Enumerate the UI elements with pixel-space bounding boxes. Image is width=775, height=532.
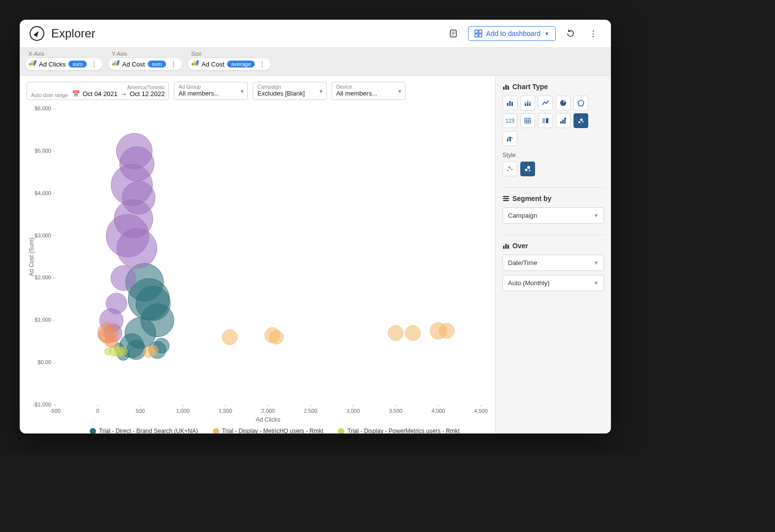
svg-rect-69 (560, 121, 562, 124)
over-dimension-select[interactable]: Date/Time ▼ (503, 255, 604, 271)
svg-rect-54 (525, 102, 526, 104)
size-metric-pill[interactable]: Ad Cost average ⋮ (187, 58, 271, 70)
page-title: Explorer (51, 27, 95, 40)
x-axis-metric-pill[interactable]: Ad Clicks sum ⋮ (25, 58, 103, 70)
svg-text:1,000: 1,000 (176, 408, 190, 414)
style-scatter[interactable] (503, 162, 517, 176)
y-axis-label: Y-Axis (108, 51, 182, 57)
chart-type-combo[interactable] (503, 131, 517, 146)
bubble-point[interactable] (111, 266, 135, 291)
chart-type-line[interactable] (538, 96, 553, 110)
chart-type-title: Chart Type (503, 83, 604, 91)
bubble-point[interactable] (104, 348, 111, 355)
svg-rect-62 (525, 118, 531, 123)
svg-point-73 (578, 121, 580, 123)
svg-rect-51 (507, 103, 508, 106)
svg-text:4,000: 4,000 (432, 408, 445, 414)
svg-rect-59 (529, 103, 531, 106)
add-to-dashboard-label: Add to dashboard (486, 30, 541, 37)
legend-swatch (213, 428, 219, 433)
filter-bar: Auto date range America/Toronto 📅 Oct 04… (27, 82, 488, 100)
svg-rect-6 (475, 34, 478, 37)
chart-type-number[interactable]: 123 (503, 113, 517, 128)
bubble-point[interactable] (148, 345, 158, 355)
caret-down-icon: ▼ (544, 31, 549, 36)
legend-label: Trial - Display - MetricHQ users - Rmkt (222, 428, 324, 433)
svg-text:0: 0 (96, 408, 99, 414)
chart-type-pie[interactable] (556, 96, 571, 110)
legend-label: Trial - Direct - Brand Search (UK+NA) (99, 428, 198, 433)
chart-type-radar[interactable] (573, 96, 588, 110)
svg-point-90 (505, 200, 506, 201)
chart-type-funnel[interactable] (556, 113, 571, 128)
svg-rect-67 (542, 118, 545, 123)
bubble-point[interactable] (405, 326, 420, 341)
legend-swatch (90, 428, 96, 433)
legend-item[interactable]: Trial - Display - MetricHQ users - Rmkt (213, 428, 324, 433)
bubble-point[interactable] (119, 347, 128, 356)
bubble-point[interactable] (439, 324, 454, 339)
svg-point-83 (527, 166, 530, 169)
bubble-point[interactable] (222, 330, 237, 345)
dashboard-icon (474, 30, 482, 37)
pill-more-icon[interactable]: ⋮ (258, 60, 267, 68)
bubble-point[interactable] (388, 326, 404, 341)
chart-type-bar[interactable] (503, 96, 517, 110)
svg-point-79 (509, 167, 510, 168)
svg-text:2,500: 2,500 (304, 408, 318, 414)
x-axis-label: X-Axis (25, 51, 103, 57)
chevron-down-icon: ▼ (594, 260, 599, 266)
svg-point-78 (507, 170, 508, 171)
svg-point-72 (565, 118, 567, 119)
legend-item[interactable]: Trial - Direct - Brand Search (UK+NA) (90, 428, 198, 433)
sql-icon[interactable] (445, 26, 461, 41)
y-axis-metric-pill[interactable]: Ad Cost sum ⋮ (108, 58, 182, 70)
chart-type-stacked-bar[interactable] (520, 96, 535, 110)
svg-rect-68 (546, 118, 548, 123)
style-label: Style (503, 152, 604, 159)
pill-more-icon[interactable]: ⋮ (90, 60, 99, 68)
chart-type-table[interactable] (520, 113, 535, 128)
campaign-filter[interactable]: Campaign Excludes [Blank] ▼ (253, 82, 327, 100)
refresh-button[interactable] (563, 26, 578, 41)
more-menu-button[interactable]: ⋮ (585, 26, 601, 41)
svg-text:-$1,000: -$1,000 (33, 401, 51, 407)
svg-rect-93 (507, 245, 509, 249)
compass-icon (30, 26, 44, 41)
svg-text:$2,000: $2,000 (34, 275, 51, 281)
svg-point-89 (506, 198, 508, 200)
chart-type-pivot[interactable] (538, 113, 553, 128)
svg-rect-55 (525, 104, 526, 106)
bubble-chart: -$1,000$0.00$1,000$2,000$3,000$4,000$5,0… (27, 103, 488, 426)
chevron-down-icon: ▼ (239, 88, 244, 94)
svg-rect-50 (507, 86, 509, 90)
over-granularity-select[interactable]: Auto (Monthly) ▼ (503, 275, 604, 291)
svg-text:500: 500 (136, 408, 145, 414)
chevron-down-icon: ▼ (594, 280, 599, 286)
bubble-point[interactable] (270, 331, 283, 344)
bubble-point[interactable] (127, 340, 146, 360)
legend-item[interactable]: Trial - Display - PowerMetrics users - R… (338, 428, 460, 433)
svg-rect-53 (511, 102, 513, 106)
style-bubble[interactable] (520, 162, 535, 176)
svg-marker-61 (578, 100, 584, 106)
add-to-dashboard-button[interactable]: Add to dashboard ▼ (468, 26, 556, 41)
ad-group-filter[interactable]: Ad Group All members... ▼ (174, 82, 248, 100)
device-filter[interactable]: Device All members... ▼ (332, 82, 405, 100)
svg-text:Ad Clicks: Ad Clicks (256, 416, 280, 423)
side-panel: Chart Type 123 Style (495, 76, 611, 433)
svg-rect-58 (529, 101, 531, 103)
segment-by-select[interactable]: Campaign ▼ (503, 207, 604, 224)
bubble-point[interactable] (105, 335, 117, 348)
svg-rect-77 (509, 137, 511, 141)
svg-rect-57 (527, 103, 529, 106)
chevron-down-icon: ▼ (397, 88, 402, 94)
bubble-point[interactable] (117, 229, 157, 268)
chart-type-scatter[interactable] (573, 113, 588, 128)
svg-text:Ad Cost (Sum): Ad Cost (Sum) (28, 238, 35, 277)
svg-text:-500: -500 (50, 408, 61, 414)
svg-text:$6,000: $6,000 (34, 105, 51, 111)
pill-more-icon[interactable]: ⋮ (169, 60, 178, 68)
date-range-filter[interactable]: Auto date range America/Toronto 📅 Oct 04… (27, 82, 169, 100)
svg-text:3,000: 3,000 (346, 408, 360, 414)
